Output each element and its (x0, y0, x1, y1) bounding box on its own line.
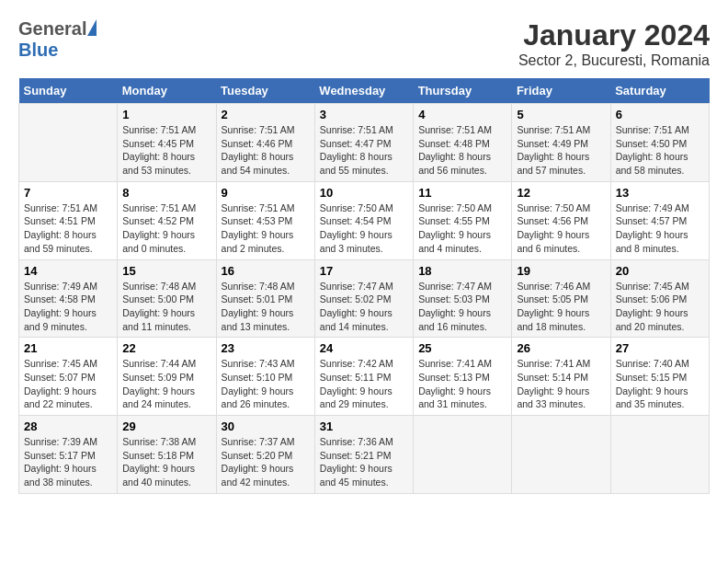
day-info: Sunrise: 7:51 AMSunset: 4:46 PMDaylight:… (222, 123, 310, 178)
calendar-cell (414, 416, 512, 494)
calendar-cell: 22Sunrise: 7:44 AMSunset: 5:09 PMDayligh… (118, 338, 216, 416)
week-row-5: 28Sunrise: 7:39 AMSunset: 5:17 PMDayligh… (19, 416, 710, 494)
day-number: 27 (616, 341, 704, 355)
day-number: 31 (320, 419, 408, 433)
calendar-cell: 17Sunrise: 7:47 AMSunset: 5:02 PMDayligh… (314, 259, 413, 338)
calendar-cell: 26Sunrise: 7:41 AMSunset: 5:14 PMDayligh… (512, 338, 610, 416)
calendar-cell: 16Sunrise: 7:48 AMSunset: 5:01 PMDayligh… (216, 259, 314, 338)
week-row-3: 14Sunrise: 7:49 AMSunset: 4:58 PMDayligh… (19, 259, 710, 338)
day-info: Sunrise: 7:51 AMSunset: 4:49 PMDaylight:… (517, 123, 605, 178)
calendar-cell: 9Sunrise: 7:51 AMSunset: 4:53 PMDaylight… (216, 181, 314, 259)
week-row-4: 21Sunrise: 7:45 AMSunset: 5:07 PMDayligh… (19, 338, 710, 416)
day-info: Sunrise: 7:43 AMSunset: 5:10 PMDaylight:… (222, 357, 310, 411)
calendar-title: January 2024 (518, 18, 710, 52)
calendar-cell: 23Sunrise: 7:43 AMSunset: 5:10 PMDayligh… (216, 338, 314, 416)
day-info: Sunrise: 7:51 AMSunset: 4:51 PMDaylight:… (24, 201, 112, 256)
day-info: Sunrise: 7:44 AMSunset: 5:09 PMDaylight:… (122, 357, 210, 411)
day-info: Sunrise: 7:42 AMSunset: 5:11 PMDaylight:… (320, 357, 408, 411)
day-number: 7 (24, 186, 112, 200)
day-number: 12 (517, 186, 605, 200)
weekday-header-friday: Friday (512, 78, 610, 104)
day-info: Sunrise: 7:45 AMSunset: 5:07 PMDaylight:… (24, 357, 112, 411)
day-info: Sunrise: 7:41 AMSunset: 5:14 PMDaylight:… (517, 357, 605, 411)
calendar-cell: 2Sunrise: 7:51 AMSunset: 4:46 PMDaylight… (216, 104, 314, 182)
day-info: Sunrise: 7:46 AMSunset: 5:05 PMDaylight:… (517, 280, 605, 334)
title-block: January 2024 Sector 2, Bucuresti, Romani… (518, 18, 710, 69)
day-info: Sunrise: 7:39 AMSunset: 5:17 PMDaylight:… (24, 435, 112, 489)
weekday-header-sunday: Sunday (19, 78, 118, 104)
day-info: Sunrise: 7:50 AMSunset: 4:56 PMDaylight:… (517, 201, 605, 256)
day-number: 2 (222, 108, 310, 121)
day-number: 21 (24, 341, 112, 355)
day-info: Sunrise: 7:36 AMSunset: 5:21 PMDaylight:… (320, 435, 408, 489)
calendar-cell: 7Sunrise: 7:51 AMSunset: 4:51 PMDaylight… (19, 181, 118, 259)
day-info: Sunrise: 7:51 AMSunset: 4:50 PMDaylight:… (616, 123, 704, 178)
day-info: Sunrise: 7:51 AMSunset: 4:45 PMDaylight:… (122, 123, 210, 178)
weekday-header-monday: Monday (118, 78, 216, 104)
day-info: Sunrise: 7:51 AMSunset: 4:47 PMDaylight:… (320, 123, 408, 178)
day-number: 23 (222, 341, 310, 355)
day-number: 15 (122, 264, 210, 278)
calendar-cell: 12Sunrise: 7:50 AMSunset: 4:56 PMDayligh… (512, 181, 610, 259)
day-number: 5 (517, 108, 605, 121)
day-number: 30 (222, 419, 310, 433)
calendar-cell: 5Sunrise: 7:51 AMSunset: 4:49 PMDaylight… (512, 104, 610, 182)
weekday-header-tuesday: Tuesday (216, 78, 314, 104)
logo: General Blue (18, 18, 97, 61)
weekday-header-row: SundayMondayTuesdayWednesdayThursdayFrid… (19, 78, 710, 104)
calendar-cell: 10Sunrise: 7:50 AMSunset: 4:54 PMDayligh… (314, 181, 413, 259)
day-number: 3 (320, 108, 408, 121)
day-info: Sunrise: 7:45 AMSunset: 5:06 PMDaylight:… (616, 280, 704, 334)
day-info: Sunrise: 7:51 AMSunset: 4:52 PMDaylight:… (122, 201, 210, 256)
calendar-cell: 11Sunrise: 7:50 AMSunset: 4:55 PMDayligh… (414, 181, 512, 259)
day-info: Sunrise: 7:48 AMSunset: 5:00 PMDaylight:… (122, 280, 210, 334)
calendar-cell: 31Sunrise: 7:36 AMSunset: 5:21 PMDayligh… (314, 416, 413, 494)
week-row-1: 1Sunrise: 7:51 AMSunset: 4:45 PMDaylight… (19, 104, 710, 182)
calendar-cell: 20Sunrise: 7:45 AMSunset: 5:06 PMDayligh… (610, 259, 709, 338)
day-number: 4 (418, 108, 506, 121)
calendar-subtitle: Sector 2, Bucuresti, Romania (518, 52, 710, 69)
day-number: 20 (616, 264, 704, 278)
day-number: 22 (122, 341, 210, 355)
day-number: 14 (24, 264, 112, 278)
calendar-cell: 27Sunrise: 7:40 AMSunset: 5:15 PMDayligh… (610, 338, 709, 416)
day-info: Sunrise: 7:47 AMSunset: 5:03 PMDaylight:… (418, 280, 506, 334)
day-number: 17 (320, 264, 408, 278)
calendar-cell: 28Sunrise: 7:39 AMSunset: 5:17 PMDayligh… (19, 416, 118, 494)
calendar-cell: 14Sunrise: 7:49 AMSunset: 4:58 PMDayligh… (19, 259, 118, 338)
day-number: 11 (418, 186, 506, 200)
day-info: Sunrise: 7:47 AMSunset: 5:02 PMDaylight:… (320, 280, 408, 334)
day-number: 29 (122, 419, 210, 433)
day-number: 25 (418, 341, 506, 355)
calendar-cell: 24Sunrise: 7:42 AMSunset: 5:11 PMDayligh… (314, 338, 413, 416)
calendar-cell: 8Sunrise: 7:51 AMSunset: 4:52 PMDaylight… (118, 181, 216, 259)
calendar-cell: 19Sunrise: 7:46 AMSunset: 5:05 PMDayligh… (512, 259, 610, 338)
calendar-cell (610, 416, 709, 494)
calendar-cell: 21Sunrise: 7:45 AMSunset: 5:07 PMDayligh… (19, 338, 118, 416)
weekday-header-saturday: Saturday (610, 78, 709, 104)
day-info: Sunrise: 7:38 AMSunset: 5:18 PMDaylight:… (122, 435, 210, 489)
logo-general-text: General (18, 18, 86, 40)
page-header: General Blue January 2024 Sector 2, Bucu… (18, 18, 710, 69)
day-info: Sunrise: 7:37 AMSunset: 5:20 PMDaylight:… (222, 435, 310, 489)
day-info: Sunrise: 7:41 AMSunset: 5:13 PMDaylight:… (418, 357, 506, 411)
day-info: Sunrise: 7:49 AMSunset: 4:57 PMDaylight:… (616, 201, 704, 256)
calendar-cell: 15Sunrise: 7:48 AMSunset: 5:00 PMDayligh… (118, 259, 216, 338)
day-number: 16 (222, 264, 310, 278)
calendar-cell: 13Sunrise: 7:49 AMSunset: 4:57 PMDayligh… (610, 181, 709, 259)
day-info: Sunrise: 7:51 AMSunset: 4:53 PMDaylight:… (222, 201, 310, 256)
day-info: Sunrise: 7:49 AMSunset: 4:58 PMDaylight:… (24, 280, 112, 334)
day-number: 6 (616, 108, 704, 121)
weekday-header-wednesday: Wednesday (314, 78, 413, 104)
day-number: 8 (122, 186, 210, 200)
day-number: 1 (122, 108, 210, 121)
day-number: 24 (320, 341, 408, 355)
weekday-header-thursday: Thursday (414, 78, 512, 104)
calendar-cell: 3Sunrise: 7:51 AMSunset: 4:47 PMDaylight… (314, 104, 413, 182)
calendar-cell: 6Sunrise: 7:51 AMSunset: 4:50 PMDaylight… (610, 104, 709, 182)
day-number: 18 (418, 264, 506, 278)
day-number: 28 (24, 419, 112, 433)
calendar-cell (19, 104, 118, 182)
week-row-2: 7Sunrise: 7:51 AMSunset: 4:51 PMDaylight… (19, 181, 710, 259)
day-number: 26 (517, 341, 605, 355)
